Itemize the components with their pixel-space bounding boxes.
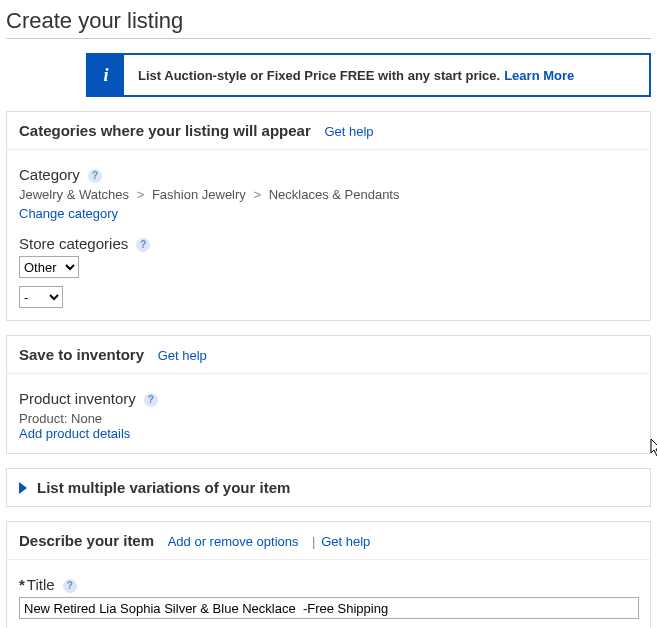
add-product-details-link[interactable]: Add product details	[19, 426, 130, 441]
product-inventory-label-text: Product inventory	[19, 390, 136, 407]
variations-expander[interactable]: List multiple variations of your item	[6, 468, 651, 507]
product-value: Product: None	[19, 411, 638, 426]
describe-get-help-link[interactable]: Get help	[321, 534, 370, 549]
describe-section: Describe your item Add or remove options…	[6, 521, 651, 628]
inventory-section: Save to inventory Get help Product inven…	[6, 335, 651, 454]
title-input[interactable]	[19, 597, 639, 619]
categories-section: Categories where your listing will appea…	[6, 111, 651, 321]
inventory-get-help-link[interactable]: Get help	[158, 348, 207, 363]
change-category-link[interactable]: Change category	[19, 206, 118, 221]
category-label: Category ?	[19, 166, 638, 183]
inventory-header: Save to inventory Get help	[7, 336, 650, 374]
chevron-right-icon: >	[137, 187, 145, 202]
info-message: List Auction-style or Fixed Price FREE w…	[138, 68, 500, 83]
help-icon[interactable]: ?	[144, 393, 158, 407]
title-field-label: *Title ?	[19, 576, 638, 593]
breadcrumb-item: Jewelry & Watches	[19, 187, 129, 202]
inventory-title: Save to inventory	[19, 346, 144, 363]
describe-title: Describe your item	[19, 532, 154, 549]
required-star-icon: *	[19, 576, 25, 593]
help-icon[interactable]: ?	[88, 169, 102, 183]
breadcrumb-item: Necklaces & Pendants	[269, 187, 400, 202]
info-icon: i	[88, 55, 124, 95]
store-category-select-2[interactable]: -	[19, 286, 63, 308]
help-icon[interactable]: ?	[136, 238, 150, 252]
categories-title: Categories where your listing will appea…	[19, 122, 311, 139]
describe-header: Describe your item Add or remove options…	[7, 522, 650, 560]
category-label-text: Category	[19, 166, 80, 183]
page-title: Create your listing	[6, 8, 651, 34]
variations-title: List multiple variations of your item	[37, 479, 290, 496]
help-icon[interactable]: ?	[63, 579, 77, 593]
title-divider	[6, 38, 651, 39]
breadcrumb-item: Fashion Jewelry	[152, 187, 246, 202]
title-label-text: Title	[27, 576, 55, 593]
caret-right-icon	[19, 482, 27, 494]
product-inventory-label: Product inventory ?	[19, 390, 638, 407]
info-text: List Auction-style or Fixed Price FREE w…	[124, 55, 649, 95]
store-category-select-1[interactable]: Other	[19, 256, 79, 278]
chevron-right-icon: >	[253, 187, 261, 202]
store-categories-label-text: Store categories	[19, 235, 128, 252]
categories-header: Categories where your listing will appea…	[7, 112, 650, 150]
info-banner: i List Auction-style or Fixed Price FREE…	[86, 53, 651, 97]
category-breadcrumb: Jewelry & Watches > Fashion Jewelry > Ne…	[19, 187, 638, 202]
add-remove-options-link[interactable]: Add or remove options	[168, 534, 299, 549]
options-separator: |	[312, 534, 315, 549]
store-categories-label: Store categories ?	[19, 235, 638, 252]
learn-more-link[interactable]: Learn More	[504, 68, 574, 83]
categories-get-help-link[interactable]: Get help	[324, 124, 373, 139]
